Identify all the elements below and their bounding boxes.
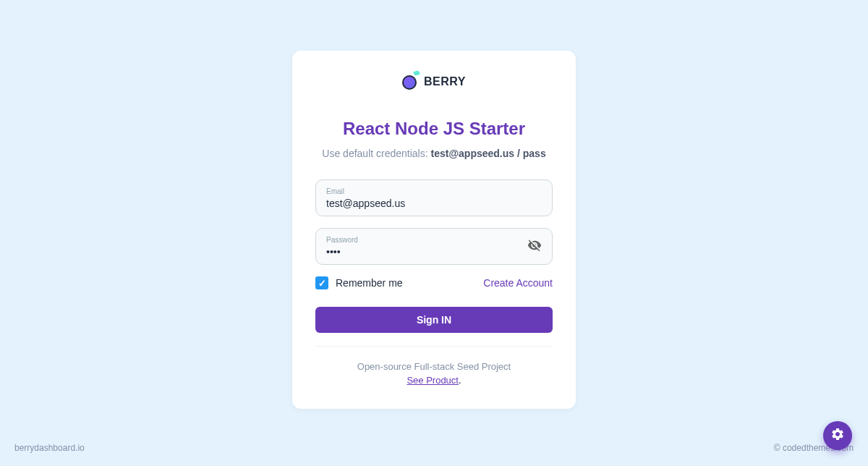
footer-text: Open-source Full-stack Seed Project (315, 361, 553, 372)
login-card: BERRY React Node JS Starter Use default … (292, 51, 576, 409)
subtitle-credentials: test@appseed.us / pass (431, 148, 546, 159)
create-account-link[interactable]: Create Account (483, 277, 553, 289)
see-product-link[interactable]: See Product (407, 375, 459, 386)
gear-icon (830, 427, 845, 444)
footer-left: berrydashboard.io (14, 443, 85, 453)
visibility-off-icon[interactable] (527, 238, 542, 255)
divider (315, 346, 553, 347)
berry-logo-icon (402, 74, 418, 90)
settings-fab[interactable] (823, 421, 852, 450)
email-input-wrap[interactable]: Email (315, 179, 553, 216)
logo: BERRY (315, 74, 553, 90)
email-label: Email (326, 187, 542, 195)
checkbox-icon: ✓ (315, 276, 328, 289)
remember-label: Remember me (336, 277, 403, 289)
footer-link-suffix: . (459, 375, 461, 386)
options-row: ✓ Remember me Create Account (315, 276, 553, 289)
subtitle: Use default credentials: test@appseed.us… (315, 148, 553, 159)
email-field[interactable] (326, 198, 542, 209)
subtitle-prefix: Use default credentials: (322, 148, 430, 159)
signin-button[interactable]: Sign IN (315, 307, 553, 333)
password-input-wrap[interactable]: Password (315, 228, 553, 265)
remember-checkbox[interactable]: ✓ Remember me (315, 276, 403, 289)
password-label: Password (326, 236, 542, 244)
password-field[interactable] (326, 246, 542, 258)
footer-link-wrap: See Product. (315, 375, 553, 386)
page-title: React Node JS Starter (315, 119, 553, 139)
logo-text: BERRY (424, 75, 466, 88)
